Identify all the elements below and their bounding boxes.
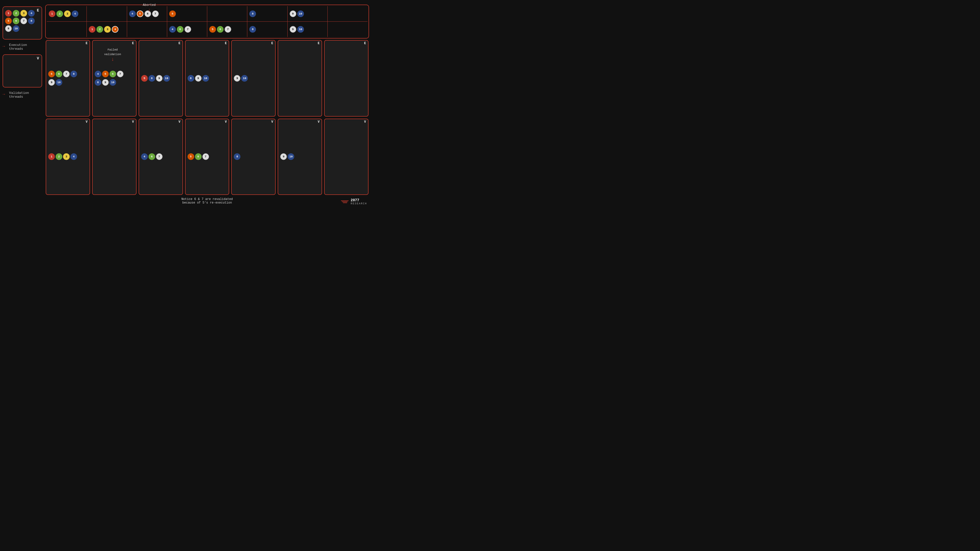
e-box-1: E 5 6 7 8 9 10 — [46, 40, 90, 117]
diagram-wrapper: E 1 2 3 4 5 6 7 8 9 10 → Execution threa… — [0, 0, 372, 208]
vbox1-b1: 1 — [48, 153, 55, 160]
badge-3: 3 — [21, 10, 27, 17]
validation-arrow: → — [3, 92, 5, 97]
eb3-10: 10 — [163, 75, 170, 82]
v-label-3: V — [178, 120, 180, 124]
exec-r1-c6: 8 — [247, 6, 287, 21]
b3: 3 — [64, 11, 71, 17]
bottom-col-4: E 8 9 10 V 5 6 7 — [185, 40, 230, 195]
v-label-4: V — [225, 120, 227, 124]
logo-text: 2077 RESEARCH — [351, 198, 367, 205]
badge-2: 2 — [13, 10, 19, 17]
logo-line-2 — [342, 202, 348, 202]
logo-year: 2077 — [351, 198, 367, 202]
val-r1-c8 — [328, 22, 368, 37]
e-box-6: E — [278, 40, 322, 117]
e-label-2: E — [132, 41, 134, 45]
exec-row-1: 1 2 3 4 4 5 6 7 — [47, 6, 368, 22]
logo-line-3 — [343, 203, 347, 203]
badge-10: 10 — [13, 25, 19, 32]
exec-r1-c7: 9 10 — [288, 6, 328, 21]
exec-r1-c2 — [87, 6, 127, 21]
exec-r1-c3: 4 5 6 7 — [127, 6, 167, 21]
bottom-col-6: E V 9 10 — [277, 40, 323, 195]
b10f: 10 — [298, 11, 304, 17]
v-label-1: V — [86, 120, 88, 124]
bottom-col-1: E 5 6 7 8 9 10 V — [45, 40, 91, 195]
vb8e: 8 — [249, 26, 256, 33]
v-box-3: V 4 6 7 — [138, 119, 183, 195]
eb6: 6 — [56, 71, 62, 77]
e-box-7: E — [324, 40, 369, 117]
execution-badges: 1 2 3 4 5 6 7 8 9 10 — [5, 9, 40, 32]
right-area: Aborted ↓ Failedvalidation ↓ 1 2 3 — [45, 3, 369, 206]
b1: 1 — [49, 11, 56, 17]
eb4-10: 10 — [202, 75, 209, 82]
e-label-3: E — [178, 41, 180, 45]
eb7: 7 — [63, 71, 70, 77]
eb10: 10 — [56, 79, 62, 86]
eb3-9: 9 — [156, 75, 162, 82]
exec-r1-c5 — [207, 6, 247, 21]
validation-legend-box: V — [3, 54, 42, 87]
vbox1-b3: 3 — [63, 153, 70, 160]
eb2-9: 9 — [102, 79, 109, 86]
v-label-2: V — [132, 120, 134, 124]
exec-r1-c1: 1 2 3 4 — [47, 6, 87, 21]
eb2-5: 5 — [102, 71, 109, 77]
validation-legend-label-row: → Validation threads — [3, 90, 42, 99]
b7c: 7 — [152, 11, 159, 17]
b4c: 4 — [129, 11, 136, 17]
b5-aborted: 5 — [137, 11, 143, 17]
badge-4: 4 — [28, 10, 35, 17]
e-box-4: E 8 9 10 — [185, 40, 229, 117]
vb5d: 5 — [209, 26, 216, 33]
vb9f: 9 — [290, 26, 296, 33]
vbox1-b2: 2 — [56, 153, 62, 160]
eb8: 8 — [70, 71, 77, 77]
v-label-7: V — [364, 120, 366, 124]
b4: 4 — [72, 11, 78, 17]
eb3-8: 8 — [148, 75, 155, 82]
e-box-3: E 5 8 9 10 — [138, 40, 183, 117]
v-box-5: V 8 — [231, 119, 275, 195]
badge-1: 1 — [5, 10, 12, 17]
eb5-9: 9 — [234, 75, 240, 82]
val-r1-c4: 4 6 7 — [167, 22, 207, 37]
main-container: E 1 2 3 4 5 6 7 8 9 10 → Execution threa… — [0, 0, 372, 208]
vb3-7: 7 — [156, 153, 162, 160]
vb6d: 6 — [217, 26, 224, 33]
vb4-6: 6 — [195, 153, 202, 160]
execution-text-label: Execution threads — [9, 43, 42, 51]
eb4-9: 9 — [195, 75, 202, 82]
e-box-2: E 4 5 6 7 8 9 10 — [92, 40, 137, 117]
bottom-col-2: E 4 5 6 7 8 9 10 — [92, 40, 137, 195]
vb6c: 6 — [177, 26, 183, 33]
bottom-col-5: E 9 10 V 8 — [231, 40, 276, 195]
top-grid-box: 1 2 3 4 4 5 6 7 — [45, 5, 369, 38]
vb10f: 10 — [298, 26, 304, 33]
eb2-6: 6 — [110, 71, 116, 77]
eb2-7: 7 — [117, 71, 124, 77]
eb2-10: 10 — [110, 79, 116, 86]
val-r1-c1 — [47, 22, 87, 37]
eb2-8: 8 — [95, 79, 101, 86]
badge-9: 9 — [5, 25, 12, 32]
vb4-5: 5 — [188, 153, 194, 160]
eb5-10: 10 — [241, 75, 248, 82]
vb3-4: 4 — [141, 153, 148, 160]
val-r1-c6: 8 — [247, 22, 287, 37]
logo-research: RESEARCH — [351, 202, 367, 205]
val-r1-c2: 1 2 3 4 — [87, 22, 127, 37]
legend: E 1 2 3 4 5 6 7 8 9 10 → Execution threa… — [3, 3, 42, 206]
v-box-6: V 9 10 — [278, 119, 322, 195]
badge-6: 6 — [13, 17, 19, 24]
validation-text-label: Validation threads — [9, 91, 42, 99]
exec-r1-c4: 5 — [167, 6, 207, 21]
eb5: 5 — [48, 71, 55, 77]
logo-graphic — [341, 200, 348, 203]
exec-r1-c8 — [328, 6, 368, 21]
e-label-7: E — [364, 41, 366, 45]
b8e: 8 — [249, 11, 256, 17]
vb4c: 4 — [169, 26, 176, 33]
